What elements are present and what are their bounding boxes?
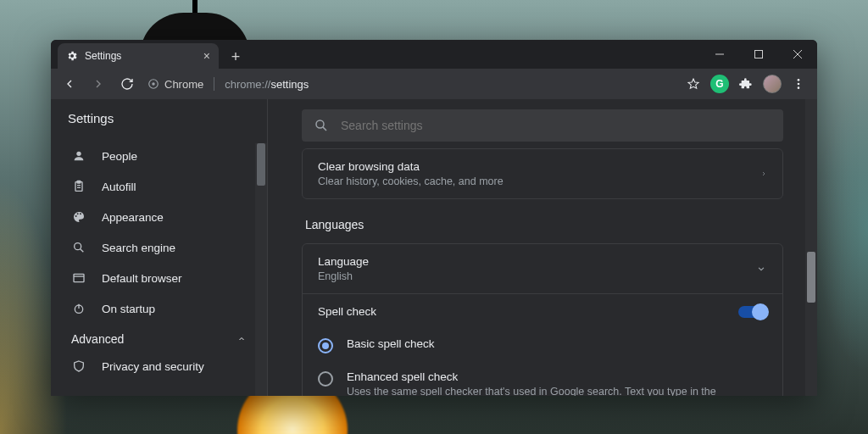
svg-point-14 (75, 243, 81, 250)
sidebar-item-label: People (102, 150, 137, 163)
row-title: Spell check (318, 305, 376, 318)
sidebar-item-label: Privacy and security (102, 360, 204, 373)
svg-point-8 (798, 86, 800, 89)
omnibox-url: chrome://settings (225, 78, 309, 91)
sidebar-section-advanced[interactable]: Advanced (51, 324, 267, 351)
search-settings[interactable] (302, 109, 783, 142)
new-tab-button[interactable]: + (224, 45, 248, 69)
sidebar-item-default-browser[interactable]: Default browser (51, 263, 267, 293)
row-title: Clear browsing data (318, 160, 504, 173)
search-icon (314, 118, 329, 133)
tab-settings[interactable]: Settings × (58, 43, 219, 69)
search-input[interactable] (341, 119, 771, 132)
radio-label: Enhanced spell check (347, 370, 737, 383)
radio-icon (318, 338, 333, 353)
spell-check-row: Spell check (303, 294, 782, 329)
radio-basic-spell-check[interactable]: Basic spell check (303, 329, 782, 362)
clear-browsing-data-row[interactable]: Clear browsing data Clear history, cooki… (302, 148, 783, 199)
power-icon (71, 302, 86, 315)
omnibox-label: Chrome (164, 78, 203, 91)
sidebar-section-label: Advanced (71, 332, 124, 346)
svg-line-15 (81, 249, 84, 253)
svg-rect-16 (74, 274, 84, 281)
sidebar-item-people[interactable]: People (51, 141, 267, 171)
sidebar-item-autofill[interactable]: Autofill (51, 171, 267, 202)
profile-avatar[interactable] (763, 75, 782, 93)
tab-title: Settings (85, 50, 121, 62)
main-panel: Clear browsing data Clear history, cooki… (268, 99, 817, 396)
radio-label: Basic spell check (347, 337, 435, 350)
svg-point-20 (316, 120, 324, 128)
svg-point-7 (798, 83, 800, 86)
sidebar-item-label: Autofill (102, 181, 136, 193)
row-subtitle: Clear history, cookies, cache, and more (318, 175, 504, 187)
sidebar-item-label: On startup (102, 303, 155, 315)
divider (214, 77, 214, 91)
browser-icon (71, 271, 86, 285)
close-tab-icon[interactable]: × (203, 50, 210, 62)
extensions-icon[interactable] (734, 72, 758, 96)
page-title: Settings (51, 99, 267, 137)
radio-enhanced-spell-check[interactable]: Enhanced spell check Uses the same spell… (303, 362, 782, 396)
chevron-down-icon (755, 263, 767, 275)
search-icon (71, 241, 86, 254)
palette-icon (71, 210, 86, 224)
reload-button[interactable] (115, 72, 139, 96)
section-languages: Languages (305, 218, 780, 231)
bookmark-star-icon[interactable] (682, 72, 705, 96)
background-glow (817, 85, 868, 373)
sidebar-item-label: Appearance (102, 211, 164, 224)
spell-check-toggle[interactable] (738, 306, 767, 318)
toolbar: Chrome chrome://settings G (51, 69, 817, 99)
content-scrollbar[interactable] (805, 99, 817, 396)
forward-button[interactable] (86, 72, 110, 96)
sidebar-item-privacy[interactable]: Privacy and security (51, 351, 267, 381)
sidebar-scrollbar[interactable] (255, 143, 267, 396)
maximize-button[interactable] (739, 40, 778, 69)
sidebar-item-search-engine[interactable]: Search engine (51, 232, 267, 263)
gear-icon (66, 50, 78, 62)
sidebar-item-on-startup[interactable]: On startup (51, 293, 267, 324)
sidebar-item-label: Default browser (102, 272, 182, 285)
sidebar-item-appearance[interactable]: Appearance (51, 202, 267, 232)
svg-point-5 (152, 82, 155, 86)
close-window-button[interactable] (778, 40, 817, 69)
back-button[interactable] (58, 72, 81, 96)
omnibox[interactable]: Chrome chrome://settings (147, 77, 309, 91)
row-title: Language (318, 255, 369, 268)
radio-description: Uses the same spell checker that's used … (347, 386, 737, 396)
minimize-button[interactable] (700, 40, 739, 69)
sidebar-item-label: Search engine (102, 242, 175, 254)
sidebar: Settings People Autofill Appearance Sear… (51, 99, 268, 396)
chevron-up-icon (236, 334, 247, 344)
row-value: English (318, 270, 369, 282)
clipboard-icon (71, 180, 86, 193)
radio-icon (318, 371, 333, 387)
chevron-right-icon (760, 169, 767, 179)
tab-strip: Settings × + (51, 40, 817, 69)
language-row[interactable]: Language English (303, 244, 782, 293)
svg-rect-1 (755, 51, 763, 58)
grammarly-extension-icon[interactable]: G (710, 75, 729, 93)
chrome-icon (147, 78, 159, 90)
shield-icon (71, 359, 86, 373)
window-controls (700, 40, 817, 69)
svg-point-9 (76, 152, 81, 156)
svg-rect-11 (77, 181, 81, 183)
svg-line-21 (323, 127, 326, 131)
browser-window: Settings × + Chrome chrome://settings G (51, 40, 817, 396)
svg-point-6 (798, 79, 800, 81)
menu-icon[interactable] (787, 72, 810, 96)
person-icon (71, 149, 86, 163)
